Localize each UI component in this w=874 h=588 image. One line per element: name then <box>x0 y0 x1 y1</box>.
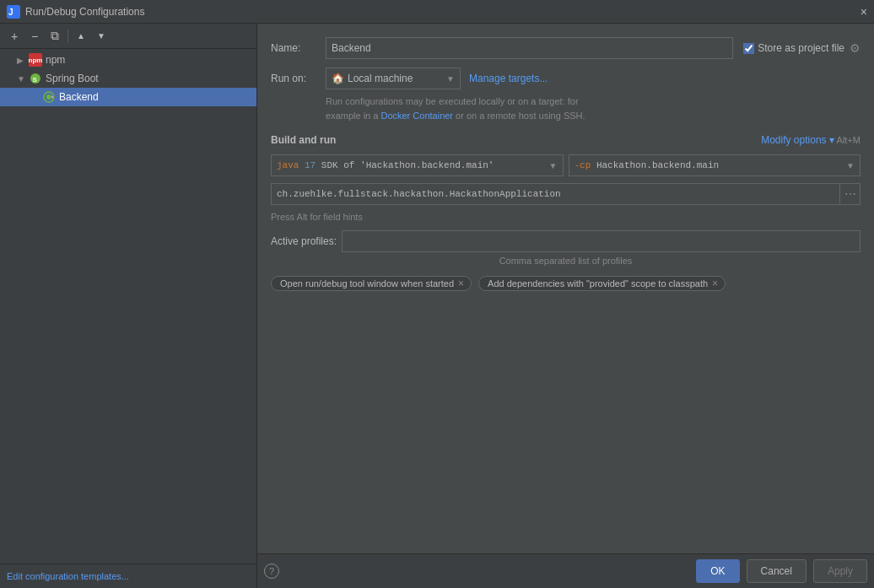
name-label: Name: <box>271 42 326 54</box>
expand-main-class-button[interactable]: ⋯ <box>840 183 861 205</box>
tree-item-backend[interactable]: ▶ Backend <box>0 88 256 106</box>
modify-options-button[interactable]: Modify options ▾ Alt+M <box>761 134 861 146</box>
local-machine-label: Local machine <box>348 73 413 84</box>
modify-options-arrow: ▾ <box>829 134 834 146</box>
copy-config-button[interactable]: ⧉ <box>46 27 64 46</box>
svg-point-6 <box>51 95 54 99</box>
add-config-button[interactable]: + <box>5 27 24 46</box>
name-row: Name: Store as project file ⚙ <box>271 37 861 59</box>
npm-icon: npm <box>29 53 42 67</box>
move-down-button[interactable]: ▼ <box>92 27 111 46</box>
tag-open-window: Open run/debug tool window when started … <box>271 276 472 291</box>
tree-item-npm[interactable]: ▶ npm npm <box>0 51 256 69</box>
docker-link[interactable]: Docker Container <box>380 111 453 121</box>
bottom-right: OK Cancel Apply <box>696 559 867 583</box>
store-label: Store as project file <box>758 42 844 54</box>
bottom-bar: ? OK Cancel Apply <box>257 553 874 588</box>
tree-label-springboot: Spring Boot <box>46 73 99 84</box>
apply-button[interactable]: Apply <box>813 559 867 583</box>
config-tree: ▶ npm npm ▼ S Spring Boot ▶ <box>0 49 256 564</box>
sdk-dropdown-arrow: ▼ <box>549 161 558 170</box>
remove-config-button[interactable]: − <box>25 27 44 46</box>
tags-row: Open run/debug tool window when started … <box>271 276 861 291</box>
store-checkbox-area: Store as project file ⚙ <box>743 41 861 55</box>
cp-dropdown-arrow: ▼ <box>846 161 855 170</box>
help-button[interactable]: ? <box>264 564 279 579</box>
tag-add-dependencies-close[interactable]: × <box>712 278 718 289</box>
cp-dropdown-text: -cp Hackathon.backend.main <box>575 160 720 170</box>
toolbar-separator <box>67 30 68 43</box>
modify-options-label: Modify options <box>761 134 826 146</box>
left-panel: + − ⧉ ▲ ▼ ▶ npm npm ▼ S <box>0 24 257 588</box>
profiles-hint: Comma separated list of profiles <box>271 256 861 266</box>
cp-dropdown[interactable]: -cp Hackathon.backend.main ▼ <box>569 154 861 176</box>
cancel-button[interactable]: Cancel <box>747 559 807 583</box>
gear-icon-button[interactable]: ⚙ <box>850 41 861 55</box>
backend-icon <box>42 90 56 104</box>
build-run-title: Build and run <box>271 134 336 146</box>
run-on-label: Run on: <box>271 73 326 84</box>
run-on-row: Run on: 🏠 Local machine ▼ Manage targets… <box>271 67 861 89</box>
bottom-left: ? <box>264 564 279 579</box>
name-input[interactable] <box>326 37 733 59</box>
build-run-section-header: Build and run Modify options ▾ Alt+M <box>271 134 861 146</box>
shortcut-hint: Alt+M <box>837 135 861 145</box>
close-button[interactable]: × <box>861 5 867 19</box>
main-class-input[interactable] <box>271 183 840 205</box>
active-profiles-label: Active profiles: <box>271 235 337 247</box>
tree-arrow-springboot: ▼ <box>17 74 27 84</box>
svg-text:J: J <box>8 8 13 17</box>
tag-add-dependencies-label: Add dependencies with "provided" scope t… <box>488 278 708 289</box>
home-icon: 🏠 <box>332 73 344 84</box>
active-profiles-row: Active profiles: <box>271 230 861 252</box>
sdk-dropdown[interactable]: java 17 SDK of 'Hackathon.backend.main' … <box>271 154 564 176</box>
tree-toolbar: + − ⧉ ▲ ▼ <box>0 24 256 49</box>
tree-arrow-npm: ▶ <box>17 56 27 65</box>
app-icon: J <box>7 5 20 19</box>
tree-item-springboot[interactable]: ▼ S Spring Boot <box>0 69 256 88</box>
sdk-cp-row: java 17 SDK of 'Hackathon.backend.main' … <box>271 154 861 176</box>
left-panel-bottom: Edit configuration templates... <box>0 564 256 588</box>
tree-label-npm: npm <box>46 54 65 66</box>
svg-text:S: S <box>33 76 38 84</box>
tag-add-dependencies: Add dependencies with "provided" scope t… <box>478 276 726 291</box>
ok-button[interactable]: OK <box>696 559 739 583</box>
press-alt-hint: Press Alt for field hints <box>271 212 861 222</box>
move-up-button[interactable]: ▲ <box>72 27 90 46</box>
main-class-row: ⋯ <box>271 183 861 205</box>
store-checkbox[interactable] <box>743 43 754 54</box>
tag-open-window-label: Open run/debug tool window when started <box>280 278 454 289</box>
tree-label-backend: Backend <box>59 91 99 103</box>
dropdown-arrow-icon: ▼ <box>446 74 455 84</box>
edit-templates-link[interactable]: Edit configuration templates... <box>0 564 256 588</box>
springboot-icon: S <box>29 72 42 85</box>
sdk-dropdown-text: java 17 SDK of 'Hackathon.backend.main' <box>277 160 494 170</box>
info-text: Run configurations may be executed local… <box>326 94 861 122</box>
local-machine-dropdown[interactable]: 🏠 Local machine ▼ <box>326 67 461 89</box>
manage-targets-link[interactable]: Manage targets... <box>469 73 548 84</box>
active-profiles-input[interactable] <box>342 230 861 252</box>
title-bar: J Run/Debug Configurations × <box>0 0 874 24</box>
dialog-title: Run/Debug Configurations <box>25 6 144 18</box>
right-panel: Name: Store as project file ⚙ Run on: 🏠 … <box>257 24 874 553</box>
tag-open-window-close[interactable]: × <box>458 278 464 289</box>
